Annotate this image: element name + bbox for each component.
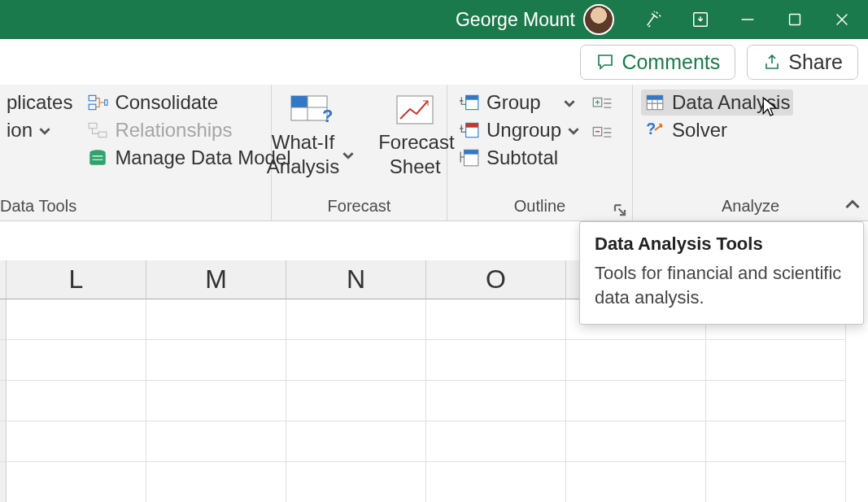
chevron-down-icon	[568, 119, 579, 142]
ungroup-button[interactable]: Ungroup	[456, 117, 582, 143]
minimize-button[interactable]	[728, 0, 767, 39]
svg-rect-1	[790, 15, 800, 25]
solver-button[interactable]: ? Solver	[641, 117, 793, 143]
collapse-ribbon-button[interactable]	[845, 198, 860, 216]
group-label-data-tools: Data Tools	[0, 195, 271, 220]
data-validation-button[interactable]: ion	[3, 117, 76, 143]
svg-text:?: ?	[322, 106, 333, 126]
consolidate-icon	[87, 92, 108, 113]
remove-duplicates-label: plicates	[7, 91, 72, 114]
data-validation-label: ion	[7, 119, 33, 142]
what-if-analysis-button[interactable]: ? What-If Analysis	[259, 89, 362, 182]
remove-duplicates-button[interactable]: plicates	[3, 89, 76, 116]
subtotal-icon	[459, 147, 480, 168]
user-name: George Mount	[456, 9, 575, 31]
svg-rect-4	[105, 100, 107, 106]
svg-rect-14	[466, 95, 478, 99]
avatar[interactable]	[583, 4, 614, 35]
hide-detail-icon	[592, 122, 613, 143]
close-button[interactable]	[822, 0, 861, 39]
chevron-down-icon	[342, 142, 354, 167]
svg-rect-10	[291, 96, 308, 107]
group-label-analyze: Analyze	[633, 195, 868, 220]
svg-rect-2	[89, 95, 97, 101]
dialog-launcher-icon[interactable]	[613, 203, 627, 217]
relationships-label: Relationships	[115, 119, 232, 142]
forecast-sheet-label: Forecast Sheet	[378, 130, 451, 179]
subtotal-button[interactable]: Subtotal	[456, 145, 582, 171]
group-label-outline-text: Outline	[514, 197, 565, 215]
share-icon	[762, 52, 782, 72]
tooltip-title: Data Analysis Tools	[595, 234, 848, 255]
group-label: Group	[486, 91, 541, 114]
ungroup-label: Ungroup	[486, 119, 561, 142]
data-analysis-icon	[644, 92, 665, 113]
group-label-outline: Outline	[447, 195, 632, 220]
ungroup-icon	[459, 120, 480, 141]
solver-label: Solver	[672, 119, 727, 142]
ribbon-display-button[interactable]	[681, 0, 720, 39]
coming-soon-button[interactable]	[634, 0, 673, 39]
column-header[interactable]: M	[146, 260, 286, 299]
data-analysis-label: Data Analysis	[672, 91, 790, 114]
comments-button[interactable]: Comments	[580, 45, 735, 80]
solver-icon: ?	[644, 120, 665, 141]
what-if-icon: ?	[288, 93, 334, 127]
column-header[interactable]: O	[426, 260, 566, 299]
what-if-label: What-If Analysis	[267, 130, 339, 179]
grid-rows[interactable]	[0, 299, 868, 502]
ribbon: plicates ion Consolidate Relationships	[0, 85, 868, 221]
forecast-sheet-button[interactable]: Forecast Sheet	[370, 89, 460, 182]
relationships-icon	[87, 120, 108, 141]
column-header[interactable]: L	[7, 260, 146, 299]
group-label-forecast: Forecast	[272, 195, 447, 220]
group-outline: Group Ungroup Subtotal	[447, 85, 633, 220]
group-button[interactable]: Group	[456, 89, 582, 116]
svg-rect-5	[89, 123, 98, 129]
chevron-down-icon	[564, 91, 575, 114]
svg-rect-16	[466, 123, 478, 127]
column-header[interactable]: N	[286, 260, 426, 299]
consolidate-label: Consolidate	[115, 91, 218, 114]
forecast-sheet-icon	[392, 93, 438, 127]
user-account[interactable]: George Mount	[456, 4, 614, 35]
svg-rect-12	[397, 96, 433, 124]
group-data-tools: plicates ion Consolidate Relationships	[0, 85, 272, 220]
share-button[interactable]: Share	[747, 45, 858, 80]
maximize-button[interactable]	[775, 0, 814, 39]
share-label: Share	[788, 50, 843, 74]
chevron-down-icon	[39, 119, 50, 142]
svg-point-8	[90, 150, 107, 155]
svg-rect-3	[89, 104, 97, 110]
comments-label: Comments	[622, 50, 720, 74]
group-analyze: Data Analysis ? Solver Analyze	[633, 85, 868, 220]
data-analysis-button[interactable]: Data Analysis	[641, 89, 793, 116]
subtotal-label: Subtotal	[486, 146, 558, 169]
show-detail-button[interactable]	[591, 93, 615, 114]
group-icon	[459, 92, 480, 113]
title-bar: George Mount	[0, 0, 868, 39]
tooltip-body: Tools for financial and scientific data …	[595, 261, 848, 309]
actions-row: Comments Share	[0, 39, 868, 85]
svg-text:?: ?	[646, 120, 656, 138]
svg-rect-6	[98, 132, 107, 138]
show-detail-icon	[592, 93, 613, 114]
tooltip: Data Analysis Tools Tools for financial …	[579, 221, 864, 325]
svg-rect-18	[465, 150, 478, 154]
data-model-icon	[87, 147, 108, 168]
hide-detail-button[interactable]	[591, 122, 615, 143]
group-forecast: ? What-If Analysis Forecast Sheet Foreca…	[272, 85, 447, 220]
svg-rect-22	[647, 95, 663, 99]
comment-icon	[595, 52, 615, 72]
